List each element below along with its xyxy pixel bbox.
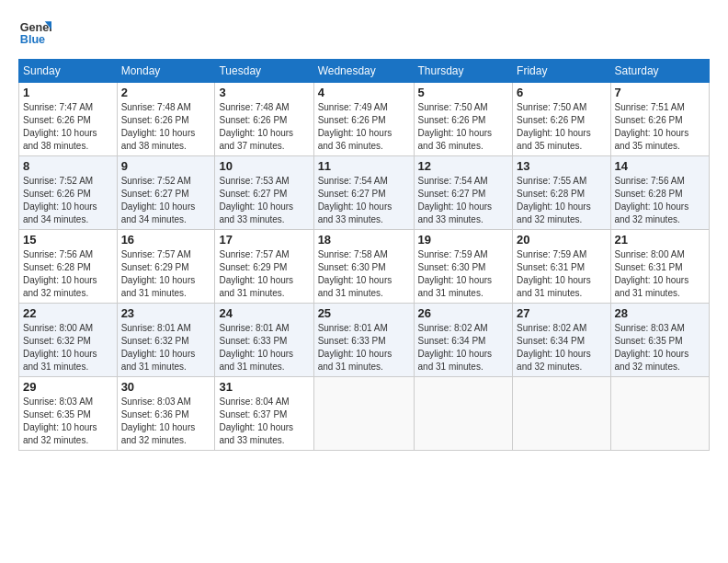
day-number: 9 [121, 159, 211, 173]
calendar-cell: 12Sunrise: 7:54 AM Sunset: 6:27 PM Dayli… [414, 156, 513, 230]
day-number: 12 [418, 159, 509, 173]
day-number: 27 [517, 306, 606, 320]
day-number: 13 [517, 159, 606, 173]
day-info: Sunrise: 8:03 AM Sunset: 6:36 PM Dayligh… [121, 396, 211, 447]
calendar-cell: 5Sunrise: 7:50 AM Sunset: 6:26 PM Daylig… [414, 83, 513, 156]
calendar-cell: 17Sunrise: 7:57 AM Sunset: 6:29 PM Dayli… [215, 230, 313, 304]
calendar-table: SundayMondayTuesdayWednesdayThursdayFrid… [18, 59, 710, 451]
day-number: 23 [121, 306, 211, 320]
day-info: Sunrise: 7:54 AM Sunset: 6:27 PM Dayligh… [418, 175, 509, 226]
calendar-cell: 16Sunrise: 7:57 AM Sunset: 6:29 PM Dayli… [117, 230, 215, 304]
day-info: Sunrise: 8:01 AM Sunset: 6:33 PM Dayligh… [318, 322, 410, 373]
day-info: Sunrise: 7:50 AM Sunset: 6:26 PM Dayligh… [517, 101, 606, 153]
calendar-cell: 8Sunrise: 7:52 AM Sunset: 6:26 PM Daylig… [19, 156, 118, 230]
calendar-cell: 14Sunrise: 7:56 AM Sunset: 6:28 PM Dayli… [610, 156, 709, 230]
logo-icon: General Blue [18, 15, 51, 48]
day-number: 2 [121, 86, 211, 99]
day-info: Sunrise: 7:57 AM Sunset: 6:29 PM Dayligh… [121, 248, 211, 300]
logo: General Blue [18, 15, 51, 48]
day-number: 3 [219, 86, 309, 99]
calendar-cell: 10Sunrise: 7:53 AM Sunset: 6:27 PM Dayli… [215, 156, 313, 230]
day-number: 7 [615, 86, 705, 99]
day-info: Sunrise: 8:03 AM Sunset: 6:35 PM Dayligh… [23, 396, 113, 447]
day-info: Sunrise: 7:49 AM Sunset: 6:26 PM Dayligh… [318, 101, 410, 153]
week-row-3: 15Sunrise: 7:56 AM Sunset: 6:28 PM Dayli… [19, 230, 710, 304]
calendar-cell: 29Sunrise: 8:03 AM Sunset: 6:35 PM Dayli… [19, 377, 118, 451]
day-number: 20 [517, 233, 606, 247]
calendar-cell: 22Sunrise: 8:00 AM Sunset: 6:32 PM Dayli… [19, 304, 118, 377]
calendar-cell: 18Sunrise: 7:58 AM Sunset: 6:30 PM Dayli… [313, 230, 414, 304]
day-number: 31 [219, 380, 309, 394]
header-wednesday: Wednesday [313, 60, 414, 83]
day-number: 1 [23, 86, 113, 99]
calendar-cell: 28Sunrise: 8:03 AM Sunset: 6:35 PM Dayli… [610, 304, 709, 377]
header-friday: Friday [513, 60, 610, 83]
calendar-cell: 3Sunrise: 7:48 AM Sunset: 6:26 PM Daylig… [215, 83, 313, 156]
day-number: 29 [23, 380, 113, 394]
calendar-cell: 25Sunrise: 8:01 AM Sunset: 6:33 PM Dayli… [313, 304, 414, 377]
day-number: 21 [615, 233, 705, 247]
calendar-cell [513, 377, 610, 451]
day-number: 25 [318, 306, 410, 320]
calendar-cell: 21Sunrise: 8:00 AM Sunset: 6:31 PM Dayli… [610, 230, 709, 304]
week-row-1: 1Sunrise: 7:47 AM Sunset: 6:26 PM Daylig… [19, 83, 710, 156]
calendar-cell: 11Sunrise: 7:54 AM Sunset: 6:27 PM Dayli… [313, 156, 414, 230]
day-number: 4 [318, 86, 410, 99]
day-number: 14 [615, 159, 705, 173]
day-number: 22 [23, 306, 113, 320]
calendar-cell: 13Sunrise: 7:55 AM Sunset: 6:28 PM Dayli… [513, 156, 610, 230]
calendar-cell: 31Sunrise: 8:04 AM Sunset: 6:37 PM Dayli… [215, 377, 313, 451]
day-number: 15 [23, 233, 113, 247]
calendar-cell [313, 377, 414, 451]
day-info: Sunrise: 7:53 AM Sunset: 6:27 PM Dayligh… [219, 175, 309, 226]
calendar-header-row: SundayMondayTuesdayWednesdayThursdayFrid… [19, 60, 710, 83]
day-info: Sunrise: 7:47 AM Sunset: 6:26 PM Dayligh… [23, 101, 113, 153]
calendar-cell [414, 377, 513, 451]
day-info: Sunrise: 7:56 AM Sunset: 6:28 PM Dayligh… [23, 248, 113, 300]
day-number: 30 [121, 380, 211, 394]
day-number: 6 [517, 86, 606, 99]
header: General Blue [18, 15, 710, 48]
calendar-cell: 20Sunrise: 7:59 AM Sunset: 6:31 PM Dayli… [513, 230, 610, 304]
week-row-4: 22Sunrise: 8:00 AM Sunset: 6:32 PM Dayli… [19, 304, 710, 377]
day-info: Sunrise: 7:55 AM Sunset: 6:28 PM Dayligh… [517, 175, 606, 226]
week-row-2: 8Sunrise: 7:52 AM Sunset: 6:26 PM Daylig… [19, 156, 710, 230]
day-info: Sunrise: 7:58 AM Sunset: 6:30 PM Dayligh… [318, 248, 410, 300]
calendar-cell: 1Sunrise: 7:47 AM Sunset: 6:26 PM Daylig… [19, 83, 118, 156]
calendar-cell: 30Sunrise: 8:03 AM Sunset: 6:36 PM Dayli… [117, 377, 215, 451]
day-number: 10 [219, 159, 309, 173]
calendar-cell: 19Sunrise: 7:59 AM Sunset: 6:30 PM Dayli… [414, 230, 513, 304]
day-info: Sunrise: 7:59 AM Sunset: 6:30 PM Dayligh… [418, 248, 509, 300]
day-number: 28 [615, 306, 705, 320]
day-info: Sunrise: 8:03 AM Sunset: 6:35 PM Dayligh… [615, 322, 705, 373]
header-sunday: Sunday [19, 60, 118, 83]
day-info: Sunrise: 7:56 AM Sunset: 6:28 PM Dayligh… [615, 175, 705, 226]
day-number: 19 [418, 233, 509, 247]
day-number: 16 [121, 233, 211, 247]
calendar-cell: 9Sunrise: 7:52 AM Sunset: 6:27 PM Daylig… [117, 156, 215, 230]
day-info: Sunrise: 8:01 AM Sunset: 6:33 PM Dayligh… [219, 322, 309, 373]
day-info: Sunrise: 8:00 AM Sunset: 6:31 PM Dayligh… [615, 248, 705, 300]
calendar-cell: 15Sunrise: 7:56 AM Sunset: 6:28 PM Dayli… [19, 230, 118, 304]
day-info: Sunrise: 7:48 AM Sunset: 6:26 PM Dayligh… [219, 101, 309, 153]
day-info: Sunrise: 7:54 AM Sunset: 6:27 PM Dayligh… [318, 175, 410, 226]
calendar-cell: 26Sunrise: 8:02 AM Sunset: 6:34 PM Dayli… [414, 304, 513, 377]
day-info: Sunrise: 8:04 AM Sunset: 6:37 PM Dayligh… [219, 396, 309, 447]
day-number: 8 [23, 159, 113, 173]
day-info: Sunrise: 7:50 AM Sunset: 6:26 PM Dayligh… [418, 101, 509, 153]
day-info: Sunrise: 7:52 AM Sunset: 6:27 PM Dayligh… [121, 175, 211, 226]
day-number: 26 [418, 306, 509, 320]
day-number: 24 [219, 306, 309, 320]
calendar-cell: 7Sunrise: 7:51 AM Sunset: 6:26 PM Daylig… [610, 83, 709, 156]
day-info: Sunrise: 8:00 AM Sunset: 6:32 PM Dayligh… [23, 322, 113, 373]
header-saturday: Saturday [610, 60, 709, 83]
calendar-cell: 2Sunrise: 7:48 AM Sunset: 6:26 PM Daylig… [117, 83, 215, 156]
day-info: Sunrise: 7:57 AM Sunset: 6:29 PM Dayligh… [219, 248, 309, 300]
day-info: Sunrise: 8:02 AM Sunset: 6:34 PM Dayligh… [418, 322, 509, 373]
calendar-cell [610, 377, 709, 451]
week-row-5: 29Sunrise: 8:03 AM Sunset: 6:35 PM Dayli… [19, 377, 710, 451]
calendar-cell: 27Sunrise: 8:02 AM Sunset: 6:34 PM Dayli… [513, 304, 610, 377]
main-container: General Blue SundayMondayTuesdayWednesda… [0, 0, 728, 460]
header-tuesday: Tuesday [215, 60, 313, 83]
day-info: Sunrise: 7:51 AM Sunset: 6:26 PM Dayligh… [615, 101, 705, 153]
